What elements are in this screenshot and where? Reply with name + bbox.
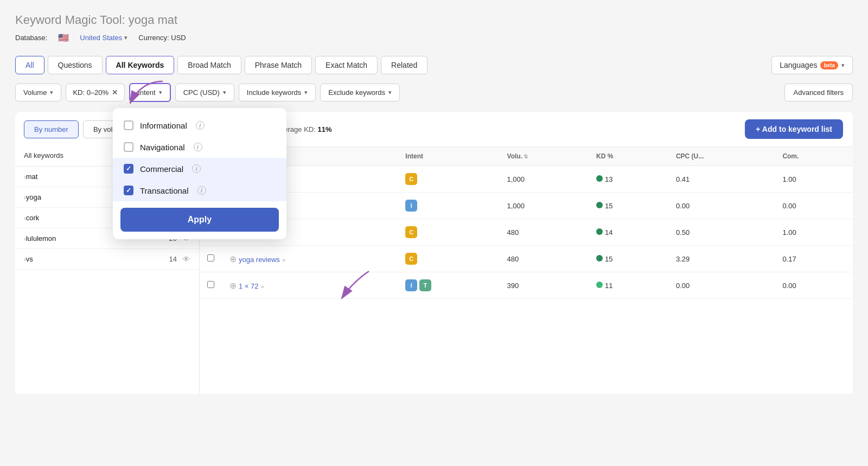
transactional-checkbox[interactable] (124, 186, 133, 195)
kd-filter[interactable]: KD: 0–20% ✕ (66, 84, 125, 101)
apply-button[interactable]: Apply (120, 208, 279, 232)
cpc-cell: 3.29 (668, 246, 775, 272)
intent-filter[interactable]: Intent ▾ (129, 83, 171, 102)
tab-languages[interactable]: Languages beta ▾ (771, 56, 853, 74)
cpc-cell: 0.41 (668, 166, 775, 193)
double-arrow-icon: » (261, 283, 264, 290)
tab-broad-match[interactable]: Broad Match (177, 56, 241, 74)
tabs-row: All Questions All Keywords Broad Match P… (15, 56, 853, 74)
page-title: Keyword Magic Tool: yoga mat (15, 13, 853, 27)
table-row: ⊕b yoga mat»C 480140.501.00 (200, 219, 853, 246)
db-chevron-icon: ▾ (124, 34, 127, 41)
volume-label: Volume (23, 88, 47, 97)
cpc-chevron-icon: ▾ (223, 89, 226, 96)
database-name: United States (80, 34, 122, 42)
commercial-info-icon: i (192, 164, 201, 173)
keyword-link[interactable]: yoga reviews (239, 256, 280, 264)
kd-dot (596, 175, 603, 182)
cpc-cell: 0.00 (668, 272, 775, 299)
table-row: ⊕1 × 72»I T 390110.000.00 (200, 272, 853, 299)
kd-dot (596, 202, 603, 208)
intent-label: Intent (138, 88, 156, 97)
th-com: Com. (775, 147, 853, 166)
tab-questions[interactable]: Questions (48, 56, 103, 74)
intent-badge-C: C (405, 226, 417, 238)
title-query: yoga mat (129, 13, 178, 27)
intent-informational-item[interactable]: Informational i (113, 114, 286, 136)
languages-label: Languages (780, 61, 817, 69)
tab-all-keywords[interactable]: All Keywords (106, 56, 175, 74)
commercial-label: Commercial (140, 164, 183, 174)
intent-chevron-icon: ▾ (159, 89, 162, 96)
volume-cell: 1,000 (500, 193, 589, 219)
tab-exact-match[interactable]: Exact Match (315, 56, 378, 74)
table-header-info: Volume: 36,370 Average KD: 11% + Add to … (200, 112, 853, 147)
db-row: Database: 🇺🇸 United States ▾ Currency: U… (15, 33, 853, 43)
filters-row: Volume ▾ KD: 0–20% ✕ Intent ▾ CPC (USD) … (15, 83, 853, 102)
kd-cell: 15 (589, 193, 668, 219)
volume-cell: 480 (500, 219, 589, 246)
include-chevron-icon: ▾ (304, 89, 308, 96)
kd-label: KD: 0–20% (73, 88, 108, 97)
volume-cell: 1,000 (500, 166, 589, 193)
tab-phrase-match[interactable]: Phrase Match (245, 56, 312, 74)
intent-badge-C: C (405, 253, 417, 265)
exclude-keywords-filter[interactable]: Exclude keywords ▾ (320, 84, 400, 101)
intent-navigational-item[interactable]: Navigational i (113, 136, 286, 158)
kd-cell: 11 (589, 272, 668, 299)
com-cell: 1.00 (775, 219, 853, 246)
cpc-filter[interactable]: CPC (USD) ▾ (175, 84, 234, 101)
add-to-keyword-list-button[interactable]: + Add to keyword list (745, 119, 843, 139)
tab-related[interactable]: Related (381, 56, 427, 74)
by-number-button[interactable]: By number (24, 120, 79, 138)
include-keywords-label: Include keywords (247, 88, 301, 97)
informational-info-icon: i (196, 121, 205, 130)
row-checkbox[interactable] (207, 281, 214, 288)
double-arrow-icon: » (282, 257, 285, 263)
row-checkbox[interactable] (207, 254, 214, 261)
languages-chevron-icon: ▾ (841, 62, 845, 69)
title-static: Keyword Magic Tool: (15, 13, 125, 27)
com-cell: 0.00 (775, 272, 853, 299)
kd-clear-button[interactable]: ✕ (112, 88, 118, 97)
advanced-filters-button[interactable]: Advanced filters (784, 84, 853, 101)
volume-cell: 480 (500, 246, 589, 272)
include-keywords-filter[interactable]: Include keywords ▾ (239, 84, 316, 101)
kd-dot (596, 255, 603, 261)
informational-checkbox[interactable] (124, 120, 133, 130)
com-cell: 1.00 (775, 166, 853, 193)
commercial-checkbox[interactable] (124, 164, 133, 174)
intent-transactional-item[interactable]: Transactional i (113, 180, 286, 201)
keyword-link[interactable]: 1 × 72 (239, 282, 259, 290)
th-volume[interactable]: Volu.⇅ (500, 147, 589, 166)
intent-badge-T: T (419, 279, 431, 291)
com-cell: 0.17 (775, 246, 853, 272)
table-header-row: Keyword Intent Volu.⇅ KD % CPC (U... Com… (200, 147, 853, 166)
advanced-filters-label: Advanced filters (794, 88, 844, 97)
sidebar-item-vs[interactable]: › vs 14 👁 (15, 249, 199, 270)
intent-badge-I: I (405, 279, 417, 291)
beta-badge: beta (820, 61, 838, 69)
cpc-cell: 0.50 (668, 219, 775, 246)
database-link[interactable]: United States ▾ (80, 34, 127, 42)
page-wrapper: Keyword Magic Tool: yoga mat Database: 🇺… (0, 0, 868, 466)
flag-icon: 🇺🇸 (58, 33, 69, 43)
table-area: Volume: 36,370 Average KD: 11% + Add to … (200, 112, 853, 394)
navigational-checkbox[interactable] (124, 142, 133, 152)
th-cpc: CPC (U... (668, 147, 775, 166)
kd-cell: 14 (589, 219, 668, 246)
kd-value: 11% (317, 125, 331, 133)
intent-commercial-item[interactable]: Commercial i (113, 158, 286, 180)
sort-icon: ⇅ (524, 154, 528, 159)
tab-all[interactable]: All (15, 56, 44, 74)
cpc-label: CPC (USD) (183, 88, 220, 97)
kd-dot (596, 228, 603, 235)
eye-icon[interactable]: 👁 (182, 254, 190, 264)
volume-cell: 390 (500, 272, 589, 299)
kd-dot (596, 282, 603, 288)
table-row: ›matC 1,000130.411.00 (200, 166, 853, 193)
intent-badge-C: C (405, 173, 417, 185)
table-row: ›yogaI 1,000150.000.00 (200, 193, 853, 219)
cpc-cell: 0.00 (668, 193, 775, 219)
volume-filter[interactable]: Volume ▾ (15, 84, 61, 101)
